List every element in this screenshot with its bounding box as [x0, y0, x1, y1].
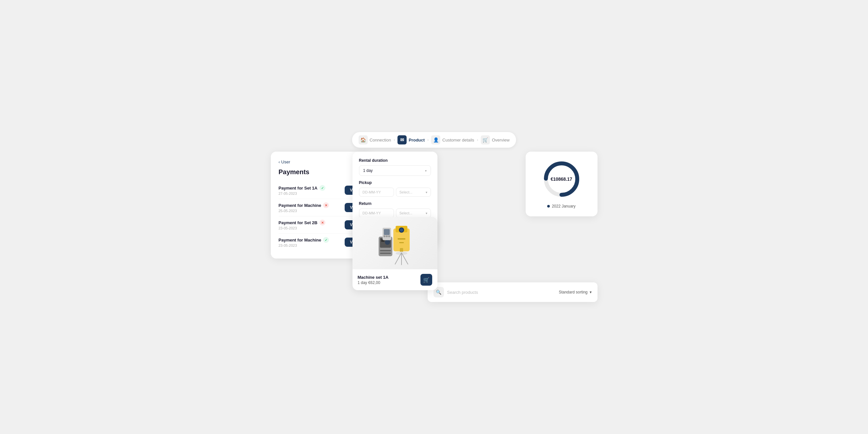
legend-dot — [547, 205, 550, 208]
product-image — [352, 217, 437, 269]
svg-point-14 — [385, 240, 390, 245]
payment-info-1: Payment for Set 1A ✓ 27-05-2023 — [279, 185, 342, 195]
payment-info-4: Payment for Machine ✓ 23-05-2023 — [279, 237, 342, 247]
status-badge: ✕ — [319, 220, 326, 225]
svg-point-21 — [388, 235, 390, 237]
chevron-down-icon: ▾ — [426, 190, 427, 194]
return-row: DD-MM-YY Select... ▾ — [359, 209, 431, 218]
svg-rect-15 — [380, 250, 391, 251]
donut-card: €10868.17 2022 January — [526, 152, 597, 216]
product-price: 1 day €62,00 — [358, 280, 389, 285]
breadcrumb-nav: 🏠 Connection › ✉ Product › 👤 Customer de… — [352, 132, 516, 148]
svg-rect-18 — [384, 229, 390, 235]
svg-rect-16 — [380, 253, 391, 254]
product-svg — [366, 219, 424, 268]
customer-icon: 👤 — [431, 135, 440, 145]
back-button[interactable]: ‹ User — [279, 159, 364, 164]
chevron-icon-1: › — [394, 137, 395, 142]
product-icon: ✉ — [398, 135, 407, 145]
payment-info-2: Payment for Machine ✕ 25-05-2023 — [279, 202, 342, 213]
add-to-cart-button[interactable]: 🛒 — [421, 274, 432, 286]
search-bar: 🔍 Search products Standard sorting ▾ — [428, 282, 597, 302]
product-card: Machine set 1A 1 day €62,00 🛒 — [352, 217, 437, 290]
return-date-input[interactable]: DD-MM-YY — [359, 209, 394, 218]
donut-amount: €10868.17 — [551, 177, 572, 182]
donut-chart: €10868.17 — [542, 159, 581, 199]
duration-label: Rental duration — [359, 158, 431, 163]
status-badge: ✓ — [319, 185, 326, 191]
breadcrumb-connection[interactable]: 🏠 Connection — [359, 135, 391, 145]
chevron-down-icon: ▾ — [425, 169, 427, 173]
return-label: Return — [359, 201, 431, 206]
product-details: Machine set 1A 1 day €62,00 — [358, 275, 389, 285]
sorting-select[interactable]: Standard sorting ▾ — [559, 290, 591, 294]
donut-legend: 2022 January — [547, 204, 576, 209]
breadcrumb-overview[interactable]: 🛒 Overview — [481, 135, 509, 145]
search-input[interactable]: Search products — [447, 290, 559, 295]
chevron-icon-2: › — [427, 137, 429, 142]
duration-select[interactable]: 1 day ▾ — [359, 165, 431, 176]
search-left: 🔍 Search products — [434, 287, 559, 298]
home-icon: 🏠 — [359, 135, 368, 145]
status-badge: ✕ — [323, 202, 329, 208]
breadcrumb-customer[interactable]: 👤 Customer details — [431, 135, 474, 145]
product-footer: Machine set 1A 1 day €62,00 🛒 — [352, 269, 437, 290]
svg-rect-5 — [399, 242, 404, 243]
status-badge: ✓ — [323, 237, 329, 243]
svg-rect-4 — [398, 238, 405, 240]
table-row: Payment for Set 2B ✕ 23-05-2023 View — [279, 216, 364, 234]
product-name: Machine set 1A — [358, 275, 389, 280]
chevron-down-icon: ▾ — [590, 290, 592, 294]
table-row: Payment for Machine ✕ 25-05-2023 View — [279, 199, 364, 216]
return-select[interactable]: Select... ▾ — [396, 209, 431, 218]
back-chevron: ‹ — [279, 159, 280, 164]
pickup-select[interactable]: Select... ▾ — [396, 188, 431, 197]
table-row: Payment for Set 1A ✓ 27-05-2023 View — [279, 182, 364, 199]
chevron-icon-3: › — [477, 137, 478, 142]
svg-point-19 — [383, 235, 385, 237]
payments-title: Payments — [279, 168, 364, 176]
pickup-label: Pickup — [359, 180, 431, 185]
table-row: Payment for Machine ✓ 23-05-2023 View — [279, 234, 364, 251]
pickup-date-input[interactable]: DD-MM-YY — [359, 188, 394, 197]
chevron-down-icon: ▾ — [426, 212, 427, 215]
overview-icon: 🛒 — [481, 135, 490, 145]
svg-point-20 — [386, 235, 388, 237]
pickup-row: DD-MM-YY Select... ▾ — [359, 188, 431, 197]
payment-info-3: Payment for Set 2B ✕ 23-05-2023 — [279, 220, 342, 230]
breadcrumb-product[interactable]: ✉ Product — [398, 135, 425, 145]
svg-point-3 — [400, 228, 403, 232]
